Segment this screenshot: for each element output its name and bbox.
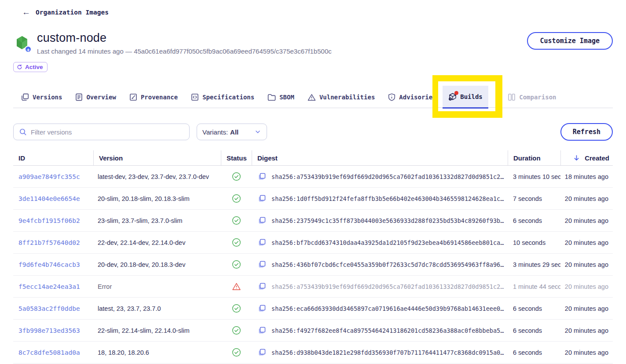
status-cell bbox=[221, 282, 252, 291]
success-check-icon bbox=[232, 172, 241, 181]
version-cell: 20-dev, 20.18-dev, 20.18.3-dev bbox=[93, 261, 221, 268]
duration-cell: 6 seconds bbox=[508, 305, 560, 312]
duration-cell: 3 minutes 29 seco bbox=[508, 261, 560, 268]
copy-digest-button[interactable] bbox=[258, 348, 266, 357]
table-body: a909ae7849fc355c latest-dev, 23-dev, 23.… bbox=[13, 166, 613, 364]
tab-sbom[interactable]: SBOM bbox=[267, 94, 294, 101]
version-cell: latest, 23, 23.7, 23.7.0 bbox=[93, 305, 221, 312]
filter-versions-input[interactable] bbox=[31, 128, 184, 136]
copy-digest-button[interactable] bbox=[258, 238, 266, 247]
build-id-link[interactable]: 3de11404e0e6654e bbox=[18, 195, 80, 202]
success-check-icon bbox=[232, 326, 241, 335]
build-id-link[interactable]: f9d6fe4b746cacb3 bbox=[18, 261, 80, 268]
copy-digest-button[interactable] bbox=[258, 326, 266, 335]
last-changed-text: Last changed 14 minutes ago — 45a0c61ea6… bbox=[37, 47, 613, 55]
build-id-link[interactable]: 9e4fcbf1915f06b2 bbox=[18, 217, 80, 224]
version-cell: Error bbox=[93, 283, 221, 290]
tab-provenance[interactable]: Provenance bbox=[129, 93, 178, 101]
build-id-link[interactable]: 8c7c8dfe5081ad0a bbox=[18, 349, 80, 356]
success-check-icon bbox=[232, 194, 241, 203]
success-check-icon bbox=[232, 304, 241, 313]
tab-specifications[interactable]: Specifications bbox=[191, 93, 254, 101]
tab-overview[interactable]: Overview bbox=[75, 93, 116, 101]
filter-versions-input-wrap bbox=[13, 124, 190, 140]
duration-cell: 1 minute 44 secon bbox=[508, 283, 560, 290]
col-header-version[interactable]: Version bbox=[93, 150, 221, 165]
created-cell: 20 minutes ago bbox=[560, 327, 613, 334]
versions-icon bbox=[21, 93, 29, 101]
copy-digest-button[interactable] bbox=[258, 194, 266, 203]
success-check-icon bbox=[232, 348, 241, 357]
created-cell: 20 minutes ago bbox=[560, 239, 613, 246]
digest-text: sha256:eca66d63930dd3465897ca0719616ae44… bbox=[271, 305, 504, 312]
tab-builds-label: Builds bbox=[460, 93, 483, 100]
tab-builds[interactable]: Builds bbox=[443, 86, 488, 107]
table-row: f5ecc14ae24ea3a1 Error sha256:a753439b91… bbox=[13, 276, 613, 298]
build-id-link[interactable]: 3fb998e713ed3563 bbox=[18, 327, 80, 334]
version-cell: 18, 18.20, 18.20.6 bbox=[93, 349, 221, 356]
build-id-link[interactable]: f5ecc14ae24ea3a1 bbox=[18, 283, 80, 290]
version-cell: 20-slim, 20.18-slim, 20.18.3-slim bbox=[93, 195, 221, 202]
status-cell bbox=[221, 304, 252, 313]
notification-dot bbox=[454, 91, 458, 95]
status-cell bbox=[221, 326, 252, 335]
customize-image-button[interactable]: Customize Image bbox=[527, 32, 613, 50]
tab-versions[interactable]: Versions bbox=[21, 93, 62, 101]
copy-digest-button[interactable] bbox=[258, 172, 266, 181]
duration-cell: 6 seconds bbox=[508, 349, 560, 356]
status-cell bbox=[221, 348, 252, 357]
version-cell: latest-dev, 23-dev, 23.7-dev, 23.7.0-dev bbox=[93, 173, 221, 180]
table-row: a909ae7849fc355c latest-dev, 23-dev, 23.… bbox=[13, 166, 613, 188]
col-header-digest[interactable]: Digest bbox=[252, 150, 508, 165]
status-badge: Active bbox=[13, 62, 48, 72]
col-header-duration[interactable]: Duration bbox=[508, 150, 560, 165]
variants-dropdown[interactable]: Variants: All bbox=[197, 124, 267, 140]
copy-digest-button[interactable] bbox=[258, 304, 266, 313]
build-id-link[interactable]: 8ff21b7f57640d02 bbox=[18, 239, 80, 246]
tab-comparison: Comparison bbox=[508, 93, 556, 101]
table-row: 8ff21b7f57640d02 22-dev, 22.14-dev, 22.1… bbox=[13, 232, 613, 254]
tab-advisories[interactable]: Advisories bbox=[388, 93, 436, 101]
created-cell: 20 minutes ago bbox=[560, 195, 613, 202]
variants-value: All bbox=[230, 128, 238, 136]
status-badge-label: Active bbox=[25, 64, 43, 70]
created-cell: 20 minutes ago bbox=[560, 217, 613, 224]
version-cell: 22-dev, 22.14-dev, 22.14.0-dev bbox=[93, 239, 221, 246]
warning-triangle-icon bbox=[308, 94, 316, 101]
breadcrumb-label: Organization Images bbox=[36, 9, 109, 16]
comparison-icon bbox=[508, 93, 516, 101]
duration-cell: 6 seconds bbox=[508, 327, 560, 334]
active-tab-underline bbox=[443, 107, 488, 109]
col-header-id[interactable]: ID bbox=[13, 150, 93, 165]
table-row: f9d6fe4b746cacb3 20-dev, 20.18-dev, 20.1… bbox=[13, 254, 613, 276]
copy-digest-button[interactable] bbox=[258, 282, 266, 291]
success-check-icon bbox=[232, 238, 241, 247]
digest-text: sha256:a753439b919ef69df669d20d965ca7602… bbox=[271, 283, 504, 290]
digest-text: sha256:d938b043de1821e298fdd356930f707b7… bbox=[271, 349, 504, 356]
created-cell: 20 minutes ago bbox=[560, 349, 613, 356]
refresh-button[interactable]: Refresh bbox=[560, 123, 613, 141]
col-header-created[interactable]: Created bbox=[560, 150, 613, 165]
digest-text: sha256:f4927f682ee8f4ca89755464241318620… bbox=[271, 327, 504, 334]
page-title: custom-node bbox=[37, 31, 613, 45]
version-cell: 22-slim, 22.14-slim, 22.14.0-slim bbox=[93, 327, 221, 334]
breadcrumb: ← Organization Images bbox=[0, 0, 626, 16]
back-arrow-icon[interactable]: ← bbox=[22, 8, 30, 16]
build-id-link[interactable]: a909ae7849fc355c bbox=[18, 173, 80, 180]
copy-digest-button[interactable] bbox=[258, 216, 266, 225]
created-cell: 20 minutes ago bbox=[560, 305, 613, 312]
sync-icon bbox=[17, 64, 22, 70]
duration-cell: 10 seconds bbox=[508, 239, 560, 246]
duration-cell: 3 minutes 10 seco bbox=[508, 173, 560, 180]
build-id-link[interactable]: 5a0583ac2ff0ddbe bbox=[18, 305, 80, 312]
digest-text: sha256:2375949c1c35ff873b044003e5636933d… bbox=[271, 217, 504, 224]
created-cell: 20 minutes ago bbox=[560, 283, 613, 290]
tab-bar: Versions Overview Provenance Specificati… bbox=[13, 87, 613, 108]
col-header-status[interactable]: Status bbox=[221, 150, 252, 165]
image-logo: + bbox=[16, 36, 28, 50]
table-row: 8c7c8dfe5081ad0a 18, 18.20, 18.20.6 sha2… bbox=[13, 342, 613, 364]
copy-digest-button[interactable] bbox=[258, 260, 266, 269]
provenance-icon bbox=[129, 93, 137, 101]
tab-vulnerabilities[interactable]: Vulnerabilities bbox=[308, 94, 375, 101]
folder-icon bbox=[267, 94, 276, 101]
